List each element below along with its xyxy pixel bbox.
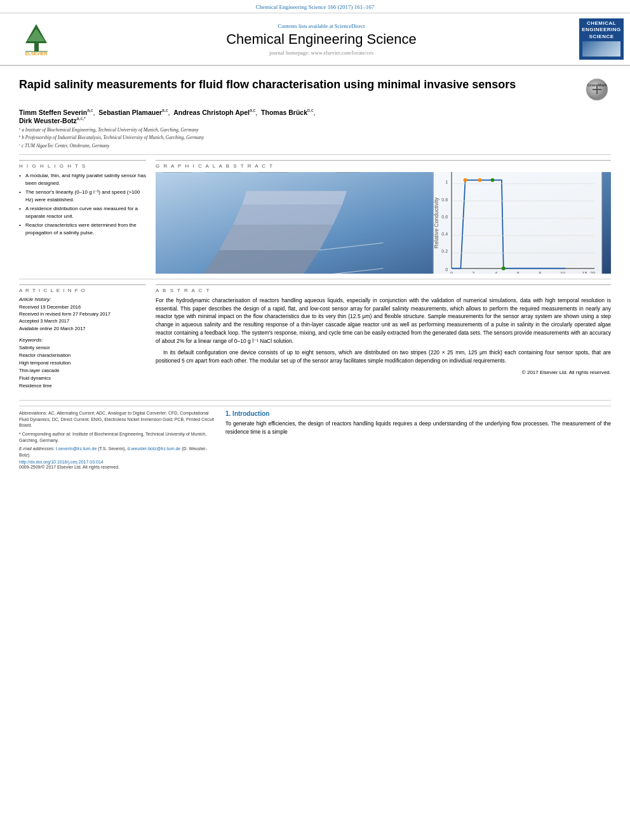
author-1: Timm Steffen Severin <box>19 109 87 116</box>
highlight-2: The sensor's linearity (0–10 g l⁻¹) and … <box>19 189 146 204</box>
keyword-3: High temporal resolution <box>19 359 146 367</box>
abstract-p2: In its default configuration one device … <box>156 349 611 365</box>
ces-image <box>582 41 620 57</box>
crossmark-icon: CrossMark <box>585 77 609 102</box>
ces-logo: CHEMICALENGINEERINGSCIENCE <box>579 18 624 60</box>
svg-text:1: 1 <box>445 180 448 185</box>
history-subsection: Article history: Received 19 December 20… <box>19 297 146 332</box>
svg-marker-12 <box>233 204 342 225</box>
svg-text:0.6: 0.6 <box>441 215 448 220</box>
author-4: Thomas Brück <box>261 109 307 116</box>
svg-marker-11 <box>219 225 333 250</box>
svg-text:Relative Conductivity: Relative Conductivity <box>433 197 439 248</box>
intro-col: 1. Introduction To generate high efficie… <box>225 410 611 470</box>
svg-text:0: 0 <box>450 270 453 273</box>
intro-heading: 1. Introduction <box>225 410 611 417</box>
highlight-3: A residence distribution curve was measu… <box>19 205 146 220</box>
doi-text[interactable]: http://dx.doi.org/10.1016/j.ces.2017.03.… <box>19 460 104 464</box>
issn-line: 0009-2509/© 2017 Elsevier Ltd. All right… <box>19 465 216 469</box>
author-2: Sebastian Plamauer <box>98 109 162 116</box>
author-5: Dirk Weuster-Botz <box>19 116 77 124</box>
svg-marker-13 <box>242 191 347 205</box>
affil-a: a a Institute of Biochemical Engineering… <box>19 126 611 133</box>
doi-line[interactable]: http://dx.doi.org/10.1016/j.ces.2017.03.… <box>19 460 216 464</box>
graphical-abstract-image: c_in Reactor Sensor raw <box>156 172 611 274</box>
highlights-label: H I G H L I G H T S <box>19 160 146 169</box>
abstract-label: A B S T R A C T <box>156 284 611 293</box>
keyword-1: Salinity sensor <box>19 344 146 352</box>
elsevier-logo-area: ELSEVIER <box>6 21 70 57</box>
keywords-label: Keywords: <box>19 337 146 343</box>
highlight-4: Reactor characteristics were determined … <box>19 222 146 237</box>
svg-text:0.8: 0.8 <box>441 197 448 202</box>
corresponding-author-text: * Corresponding author at: Institute of … <box>19 431 216 444</box>
svg-text:15: 15 <box>582 270 587 273</box>
email-text: E-mail addresses: t.severin@lrz.tum.de (… <box>19 446 216 458</box>
svg-point-56 <box>491 178 495 182</box>
affil-c: c c TUM AlgaeTec Center, Ottobrunn, Germ… <box>19 142 611 149</box>
svg-point-55 <box>478 178 482 182</box>
abstract-section: A B S T R A C T For the hydrodynamic cha… <box>156 284 611 395</box>
crossmark-area[interactable]: CrossMark <box>582 77 611 103</box>
journal-citation: Chemical Engineering Science 166 (2017) … <box>0 0 630 13</box>
intro-text: To generate high efficiencies, the desig… <box>225 420 611 436</box>
corresponding-author-note: * Corresponding author at: Institute of … <box>19 431 216 444</box>
page: Chemical Engineering Science 166 (2017) … <box>0 0 630 840</box>
svg-text:0.2: 0.2 <box>441 249 448 254</box>
svg-marker-2 <box>27 29 45 41</box>
email-1[interactable]: t.severin@lrz.tum.de <box>56 446 97 451</box>
divider-2 <box>19 279 611 279</box>
main-content: Rapid salinity measurements for fluid fl… <box>0 66 630 476</box>
keywords-list: Salinity sensor Reactor characterisation… <box>19 344 146 390</box>
svg-text:0: 0 <box>445 267 448 272</box>
elsevier-logo-icon: ELSEVIER <box>6 21 67 56</box>
authors: Timm Steffen Severina,c, Sebastian Plama… <box>19 108 611 124</box>
divider-3 <box>19 400 611 401</box>
svg-text:8: 8 <box>539 270 541 273</box>
highlights-list: A modular, thin, and highly parallel sal… <box>19 172 146 237</box>
ces-label-text: CHEMICALENGINEERINGSCIENCE <box>582 20 621 40</box>
affiliations: a a Institute of Biochemical Engineering… <box>19 126 611 149</box>
available-date: Available online 20 March 2017 <box>19 325 146 332</box>
svg-text:20: 20 <box>590 270 595 273</box>
divider-1 <box>19 154 611 155</box>
svg-point-54 <box>464 178 467 182</box>
abbreviations-text: Abbreviations: AC, Alternating Current; … <box>19 410 216 429</box>
accepted-date: Accepted 3 March 2017 <box>19 317 146 324</box>
bottom-section: Abbreviations: AC, Alternating Current; … <box>19 406 611 470</box>
keyword-6: Residence time <box>19 382 146 390</box>
svg-text:6: 6 <box>517 270 519 273</box>
revised-date: Received in revised form 27 February 201… <box>19 310 146 317</box>
keywords-subsection: Keywords: Salinity sensor Reactor charac… <box>19 337 146 390</box>
article-info-label: A R T I C L E I N F O <box>19 284 146 293</box>
graph-svg: c_in Reactor Sensor raw <box>156 172 611 274</box>
sciencedirect-text[interactable]: Contents lists available at ScienceDirec… <box>70 23 573 29</box>
svg-rect-35 <box>433 172 601 274</box>
citation-text: Chemical Engineering Science 166 (2017) … <box>256 4 375 10</box>
keyword-2: Reactor characterisation <box>19 352 146 359</box>
info-abstract-section: A R T I C L E I N F O Article history: R… <box>19 284 611 395</box>
article-info: A R T I C L E I N F O Article history: R… <box>19 284 146 395</box>
highlights-section: H I G H L I G H T S A modular, thin, and… <box>19 160 146 274</box>
journal-homepage: journal homepage: www.elsevier.com/locat… <box>70 50 573 56</box>
copyright: © 2017 Elsevier Ltd. All rights reserved… <box>156 369 611 377</box>
graphical-abstract-section: G R A P H I C A L A B S T R A C T <box>156 160 611 274</box>
graphical-abstract-label: G R A P H I C A L A B S T R A C T <box>156 160 611 169</box>
history-label: Article history: <box>19 297 146 302</box>
svg-text:10: 10 <box>560 270 565 273</box>
journal-header: ELSEVIER Contents lists available at Sci… <box>0 13 630 66</box>
ces-logo-area: CHEMICALENGINEERINGSCIENCE <box>573 18 624 60</box>
journal-title: Chemical Engineering Science <box>70 31 573 48</box>
affil-b: b b Professorship of Industrial Biocatal… <box>19 134 611 141</box>
svg-text:4: 4 <box>495 270 497 273</box>
author-3: Andreas Christoph Apel <box>173 109 250 116</box>
keyword-5: Fluid dynamics <box>19 375 146 382</box>
received-date: Received 19 December 2016 <box>19 303 146 310</box>
abstract-text: For the hydrodynamic characterisation of… <box>156 297 611 377</box>
email-2[interactable]: d.weuster-botz@lrz.tum.de <box>128 446 181 451</box>
keyword-4: Thin-layer cascade <box>19 367 146 375</box>
highlights-graphical-section: H I G H L I G H T S A modular, thin, and… <box>19 160 611 274</box>
svg-point-57 <box>502 267 506 270</box>
title-section: Rapid salinity measurements for fluid fl… <box>19 71 611 103</box>
footnotes-col: Abbreviations: AC, Alternating Current; … <box>19 410 216 470</box>
